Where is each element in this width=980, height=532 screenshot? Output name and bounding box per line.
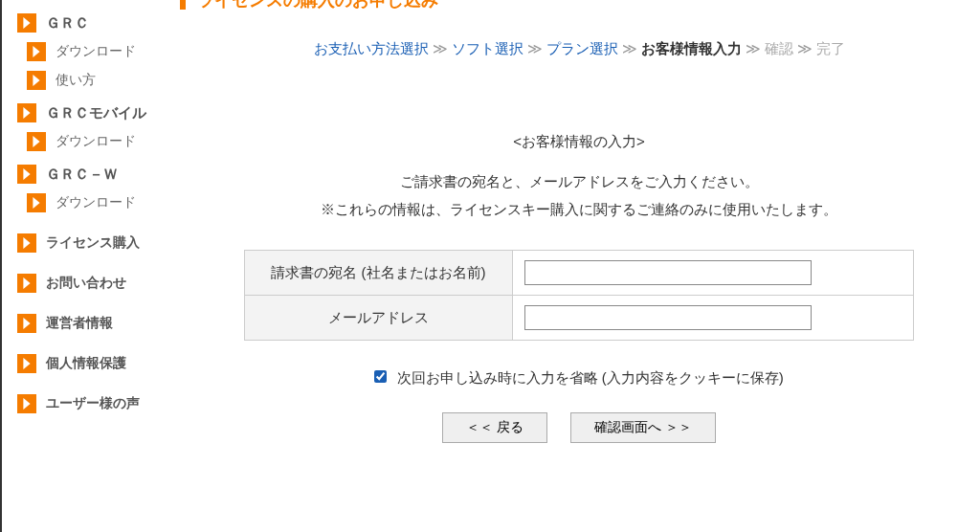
cookie-checkbox-row: 次回お申し込み時に入力を省略 (入力内容をクッキーに保存)	[197, 369, 961, 388]
confirm-button[interactable]: 確認画面へ ＞＞	[570, 412, 716, 443]
arrow-right-icon	[27, 132, 46, 151]
sidebar-sub-label: ダウンロード	[56, 133, 136, 150]
back-button[interactable]: ＜＜ 戻る	[442, 412, 547, 443]
arrow-right-icon	[17, 394, 36, 413]
desc-line-2: ※これらの情報は、ライセンスキー購入に関するご連絡のみに使用いたします。	[197, 196, 961, 224]
breadcrumb: お支払い方法選択≫ソフト選択≫プラン選択≫お客様情報入力≫確認≫完了	[197, 40, 961, 58]
arrow-right-icon	[27, 71, 46, 90]
description: ご請求書の宛名と、メールアドレスをご入力ください。 ※これらの情報は、ライセンス…	[197, 168, 961, 223]
breadcrumb-separator: ≫	[527, 40, 543, 56]
sidebar-item[interactable]: お問い合わせ	[17, 274, 178, 293]
sidebar-heading-label: ＧＲＣ－Ｗ	[46, 166, 118, 184]
sidebar-item-label: ユーザー様の声	[46, 395, 140, 412]
desc-line-1: ご請求書の宛名と、メールアドレスをご入力ください。	[197, 168, 961, 196]
sidebar-sub-item[interactable]: ダウンロード	[27, 132, 178, 151]
sidebar-sub-item[interactable]: ダウンロード	[27, 193, 178, 212]
label-billing-name: 請求書の宛名 (社名またはお名前)	[245, 251, 513, 296]
sidebar-sub-label: ダウンロード	[56, 194, 136, 211]
breadcrumb-step[interactable]: プラン選択	[546, 40, 618, 56]
sidebar-item-label: お問い合わせ	[46, 275, 126, 292]
sidebar-sub-label: 使い方	[56, 72, 96, 89]
sidebar-sub-item[interactable]: ダウンロード	[27, 42, 178, 61]
main-content: ライセンスの購入のお申し込み お支払い方法選択≫ソフト選択≫プラン選択≫お客様情…	[178, 0, 980, 532]
arrow-right-icon	[17, 103, 36, 122]
title-accent-bar	[180, 0, 186, 10]
sidebar-item[interactable]: ユーザー様の声	[17, 394, 178, 413]
breadcrumb-separator: ≫	[797, 40, 813, 56]
button-row: ＜＜ 戻る 確認画面へ ＞＞	[197, 412, 961, 443]
sidebar-heading-label: ＧＲＣモバイル	[46, 104, 146, 122]
sidebar-heading[interactable]: ＧＲＣ－Ｗ	[17, 165, 178, 184]
breadcrumb-separator: ≫	[746, 40, 761, 56]
customer-form-table: 請求書の宛名 (社名またはお名前) メールアドレス	[244, 250, 914, 341]
arrow-right-icon	[17, 165, 36, 184]
breadcrumb-step-disabled: 確認	[765, 40, 793, 56]
sidebar-item[interactable]: 個人情報保護	[17, 354, 178, 373]
arrow-right-icon	[17, 314, 36, 333]
sidebar-item[interactable]: 運営者情報	[17, 314, 178, 333]
sidebar-item-label: ライセンス購入	[46, 234, 140, 252]
breadcrumb-step-disabled: 完了	[816, 40, 845, 56]
label-email: メールアドレス	[245, 296, 513, 341]
sidebar-item[interactable]: ライセンス購入	[17, 233, 178, 253]
table-row: 請求書の宛名 (社名またはお名前)	[245, 251, 914, 296]
sidebar-heading[interactable]: ＧＲＣ	[17, 13, 178, 33]
cookie-save-label[interactable]: 次回お申し込み時に入力を省略 (入力内容をクッキーに保存)	[374, 369, 783, 386]
breadcrumb-current: お客様情報入力	[641, 40, 742, 56]
breadcrumb-step[interactable]: ソフト選択	[452, 40, 523, 56]
breadcrumb-separator: ≫	[622, 40, 637, 56]
sidebar: ＧＲＣダウンロード使い方ＧＲＣモバイルダウンロードＧＲＣ－Ｗダウンロード ライセ…	[2, 0, 178, 532]
arrow-right-icon	[17, 13, 36, 33]
sidebar-item-label: 運営者情報	[46, 315, 113, 332]
billing-name-input[interactable]	[524, 260, 812, 285]
arrow-right-icon	[17, 354, 36, 373]
sidebar-heading[interactable]: ＧＲＣモバイル	[17, 103, 178, 122]
page-title: ライセンスの購入のお申し込み	[197, 0, 438, 11]
arrow-right-icon	[27, 193, 46, 212]
sidebar-heading-label: ＧＲＣ	[46, 14, 89, 33]
email-input[interactable]	[524, 305, 812, 330]
sidebar-sub-item[interactable]: 使い方	[27, 71, 178, 90]
breadcrumb-step[interactable]: お支払い方法選択	[314, 40, 429, 56]
section-heading: <お客様情報の入力>	[197, 133, 961, 151]
breadcrumb-separator: ≫	[433, 40, 448, 56]
arrow-right-icon	[17, 274, 36, 293]
arrow-right-icon	[17, 233, 36, 253]
sidebar-sub-label: ダウンロード	[56, 43, 136, 60]
table-row: メールアドレス	[245, 296, 914, 341]
arrow-right-icon	[27, 42, 46, 61]
sidebar-item-label: 個人情報保護	[46, 355, 126, 372]
cookie-save-checkbox[interactable]	[374, 370, 387, 383]
cookie-checkbox-text: 次回お申し込み時に入力を省略 (入力内容をクッキーに保存)	[397, 369, 784, 386]
